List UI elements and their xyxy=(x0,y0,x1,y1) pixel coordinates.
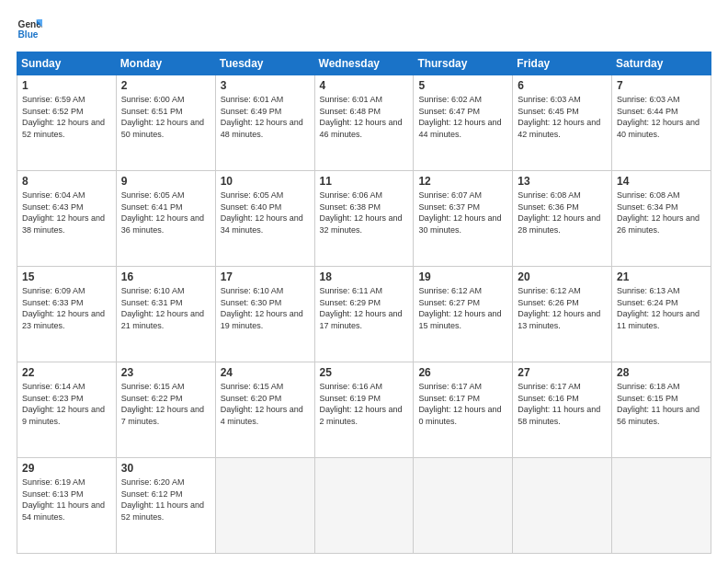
day-number: 7 xyxy=(617,79,706,92)
day-number: 13 xyxy=(518,175,607,188)
calendar-week-row: 15Sunrise: 6:09 AMSunset: 6:33 PMDayligh… xyxy=(17,267,711,362)
calendar-cell: 16Sunrise: 6:10 AMSunset: 6:31 PMDayligh… xyxy=(116,267,215,362)
day-number: 11 xyxy=(320,175,409,188)
day-info: Sunrise: 6:13 AMSunset: 6:24 PMDaylight:… xyxy=(617,285,706,331)
day-info: Sunrise: 6:09 AMSunset: 6:33 PMDaylight:… xyxy=(22,285,111,331)
calendar-cell: 24Sunrise: 6:15 AMSunset: 6:20 PMDayligh… xyxy=(215,362,314,458)
day-info: Sunrise: 6:06 AMSunset: 6:38 PMDaylight:… xyxy=(320,190,409,236)
day-info: Sunrise: 6:08 AMSunset: 6:36 PMDaylight:… xyxy=(518,190,607,236)
day-info: Sunrise: 6:14 AMSunset: 6:23 PMDaylight:… xyxy=(22,381,111,427)
calendar-table: SundayMondayTuesdayWednesdayThursdayFrid… xyxy=(17,52,711,554)
page-header: General Blue xyxy=(17,17,711,42)
calendar-week-row: 1Sunrise: 6:59 AMSunset: 6:52 PMDaylight… xyxy=(17,75,711,171)
day-info: Sunrise: 6:05 AMSunset: 6:40 PMDaylight:… xyxy=(221,190,310,236)
day-info: Sunrise: 6:10 AMSunset: 6:30 PMDaylight:… xyxy=(221,285,310,331)
day-info: Sunrise: 6:02 AMSunset: 6:47 PMDaylight:… xyxy=(418,94,507,140)
calendar-week-row: 29Sunrise: 6:19 AMSunset: 6:13 PMDayligh… xyxy=(17,458,711,554)
calendar-cell: 18Sunrise: 6:11 AMSunset: 6:29 PMDayligh… xyxy=(314,267,414,362)
calendar-cell: 26Sunrise: 6:17 AMSunset: 6:17 PMDayligh… xyxy=(414,362,513,458)
weekday-header-friday: Friday xyxy=(513,52,612,75)
svg-text:Blue: Blue xyxy=(18,29,39,40)
day-info: Sunrise: 6:59 AMSunset: 6:52 PMDaylight:… xyxy=(22,94,111,140)
calendar-cell: 19Sunrise: 6:12 AMSunset: 6:27 PMDayligh… xyxy=(414,267,513,362)
day-info: Sunrise: 6:01 AMSunset: 6:49 PMDaylight:… xyxy=(221,94,310,140)
calendar-cell xyxy=(414,458,513,554)
day-info: Sunrise: 6:11 AMSunset: 6:29 PMDaylight:… xyxy=(320,285,409,331)
day-info: Sunrise: 6:10 AMSunset: 6:31 PMDaylight:… xyxy=(121,285,210,331)
day-number: 30 xyxy=(121,462,210,475)
calendar-cell: 13Sunrise: 6:08 AMSunset: 6:36 PMDayligh… xyxy=(513,171,612,267)
calendar-cell: 23Sunrise: 6:15 AMSunset: 6:22 PMDayligh… xyxy=(116,362,215,458)
day-number: 3 xyxy=(221,79,310,92)
weekday-header-row: SundayMondayTuesdayWednesdayThursdayFrid… xyxy=(17,52,711,75)
day-number: 28 xyxy=(617,366,706,379)
weekday-header-thursday: Thursday xyxy=(414,52,513,75)
day-number: 15 xyxy=(22,270,111,283)
weekday-header-saturday: Saturday xyxy=(612,52,711,75)
day-number: 14 xyxy=(617,175,706,188)
day-number: 4 xyxy=(320,79,409,92)
calendar-cell: 15Sunrise: 6:09 AMSunset: 6:33 PMDayligh… xyxy=(17,267,117,362)
calendar-cell: 3Sunrise: 6:01 AMSunset: 6:49 PMDaylight… xyxy=(215,75,314,171)
day-info: Sunrise: 6:12 AMSunset: 6:27 PMDaylight:… xyxy=(418,285,507,331)
day-number: 27 xyxy=(518,366,607,379)
day-info: Sunrise: 6:20 AMSunset: 6:12 PMDaylight:… xyxy=(121,477,210,523)
day-info: Sunrise: 6:12 AMSunset: 6:26 PMDaylight:… xyxy=(518,285,607,331)
calendar-cell: 29Sunrise: 6:19 AMSunset: 6:13 PMDayligh… xyxy=(17,458,117,554)
calendar-week-row: 22Sunrise: 6:14 AMSunset: 6:23 PMDayligh… xyxy=(17,362,711,458)
calendar-cell: 22Sunrise: 6:14 AMSunset: 6:23 PMDayligh… xyxy=(17,362,117,458)
day-number: 18 xyxy=(320,270,409,283)
day-info: Sunrise: 6:19 AMSunset: 6:13 PMDaylight:… xyxy=(22,477,111,523)
calendar-cell: 6Sunrise: 6:03 AMSunset: 6:45 PMDaylight… xyxy=(513,75,612,171)
calendar-cell: 27Sunrise: 6:17 AMSunset: 6:16 PMDayligh… xyxy=(513,362,612,458)
logo-icon: General Blue xyxy=(17,17,42,42)
calendar-cell xyxy=(215,458,314,554)
day-info: Sunrise: 6:03 AMSunset: 6:44 PMDaylight:… xyxy=(617,94,706,140)
calendar-cell: 12Sunrise: 6:07 AMSunset: 6:37 PMDayligh… xyxy=(414,171,513,267)
day-number: 29 xyxy=(22,462,111,475)
day-info: Sunrise: 6:18 AMSunset: 6:15 PMDaylight:… xyxy=(617,381,706,427)
calendar-cell: 8Sunrise: 6:04 AMSunset: 6:43 PMDaylight… xyxy=(17,171,117,267)
day-number: 10 xyxy=(221,175,310,188)
calendar-cell: 14Sunrise: 6:08 AMSunset: 6:34 PMDayligh… xyxy=(612,171,711,267)
weekday-header-monday: Monday xyxy=(116,52,215,75)
day-number: 2 xyxy=(121,79,210,92)
day-number: 8 xyxy=(22,175,111,188)
day-number: 6 xyxy=(518,79,607,92)
day-number: 12 xyxy=(418,175,507,188)
calendar-cell: 5Sunrise: 6:02 AMSunset: 6:47 PMDaylight… xyxy=(414,75,513,171)
calendar-week-row: 8Sunrise: 6:04 AMSunset: 6:43 PMDaylight… xyxy=(17,171,711,267)
calendar-cell xyxy=(513,458,612,554)
weekday-header-tuesday: Tuesday xyxy=(215,52,314,75)
day-number: 24 xyxy=(221,366,310,379)
calendar-cell xyxy=(314,458,414,554)
day-number: 26 xyxy=(418,366,507,379)
day-number: 22 xyxy=(22,366,111,379)
logo: General Blue xyxy=(17,17,42,42)
calendar-cell: 11Sunrise: 6:06 AMSunset: 6:38 PMDayligh… xyxy=(314,171,414,267)
day-info: Sunrise: 6:17 AMSunset: 6:17 PMDaylight:… xyxy=(418,381,507,427)
calendar-cell: 7Sunrise: 6:03 AMSunset: 6:44 PMDaylight… xyxy=(612,75,711,171)
day-number: 19 xyxy=(418,270,507,283)
day-number: 25 xyxy=(320,366,409,379)
day-info: Sunrise: 6:05 AMSunset: 6:41 PMDaylight:… xyxy=(121,190,210,236)
calendar-cell: 20Sunrise: 6:12 AMSunset: 6:26 PMDayligh… xyxy=(513,267,612,362)
day-info: Sunrise: 6:15 AMSunset: 6:20 PMDaylight:… xyxy=(221,381,310,427)
day-number: 16 xyxy=(121,270,210,283)
calendar-cell xyxy=(612,458,711,554)
calendar-cell: 21Sunrise: 6:13 AMSunset: 6:24 PMDayligh… xyxy=(612,267,711,362)
calendar-cell: 25Sunrise: 6:16 AMSunset: 6:19 PMDayligh… xyxy=(314,362,414,458)
calendar-cell: 30Sunrise: 6:20 AMSunset: 6:12 PMDayligh… xyxy=(116,458,215,554)
calendar-cell: 9Sunrise: 6:05 AMSunset: 6:41 PMDaylight… xyxy=(116,171,215,267)
weekday-header-wednesday: Wednesday xyxy=(314,52,414,75)
day-info: Sunrise: 6:17 AMSunset: 6:16 PMDaylight:… xyxy=(518,381,607,427)
calendar-cell: 2Sunrise: 6:00 AMSunset: 6:51 PMDaylight… xyxy=(116,75,215,171)
day-number: 5 xyxy=(418,79,507,92)
day-info: Sunrise: 6:01 AMSunset: 6:48 PMDaylight:… xyxy=(320,94,409,140)
calendar-cell: 4Sunrise: 6:01 AMSunset: 6:48 PMDaylight… xyxy=(314,75,414,171)
day-number: 9 xyxy=(121,175,210,188)
day-number: 1 xyxy=(22,79,111,92)
calendar-cell: 10Sunrise: 6:05 AMSunset: 6:40 PMDayligh… xyxy=(215,171,314,267)
day-number: 17 xyxy=(221,270,310,283)
day-info: Sunrise: 6:07 AMSunset: 6:37 PMDaylight:… xyxy=(418,190,507,236)
